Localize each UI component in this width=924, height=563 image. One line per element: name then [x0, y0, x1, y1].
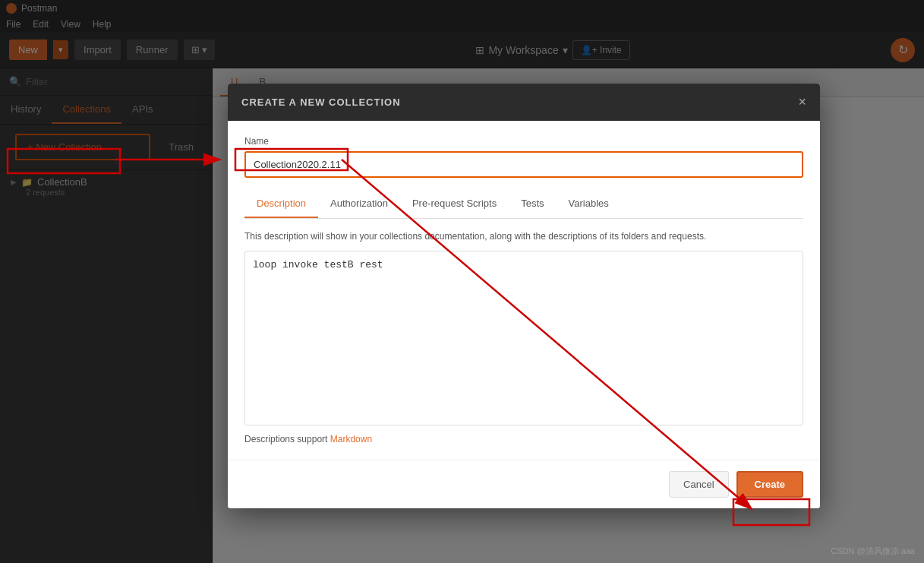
markdown-link[interactable]: Markdown [330, 434, 372, 444]
create-button[interactable]: Create [736, 471, 803, 498]
modal-footer: Cancel Create [228, 460, 820, 508]
modal-tabs: Description Authorization Pre-request Sc… [244, 190, 803, 219]
modal-title: CREATE A NEW COLLECTION [241, 96, 401, 108]
modal-close-button[interactable]: × [798, 94, 806, 110]
modal-tab-description[interactable]: Description [244, 190, 318, 218]
collection-name-input[interactable] [244, 151, 803, 178]
modal-header: CREATE A NEW COLLECTION × [228, 84, 820, 121]
description-hint: This description will show in your colle… [244, 229, 803, 243]
modal-tab-variables[interactable]: Variables [557, 190, 621, 218]
modal-tab-tests[interactable]: Tests [509, 190, 556, 218]
description-textarea[interactable]: loop invoke testB rest [244, 251, 803, 425]
watermark: CSDN @清风微凉 aaa [831, 546, 915, 557]
create-collection-modal: CREATE A NEW COLLECTION × Name Descripti… [228, 84, 820, 508]
modal-tab-prerequest[interactable]: Pre-request Scripts [400, 190, 509, 218]
markdown-prefix: Descriptions support [244, 434, 330, 444]
markdown-hint: Descriptions support Markdown [244, 434, 803, 444]
modal-body: Name Description Authorization Pre-reque… [228, 121, 820, 460]
name-field-label: Name [244, 136, 803, 147]
modal-tab-authorization[interactable]: Authorization [318, 190, 400, 218]
cancel-button[interactable]: Cancel [669, 471, 728, 498]
